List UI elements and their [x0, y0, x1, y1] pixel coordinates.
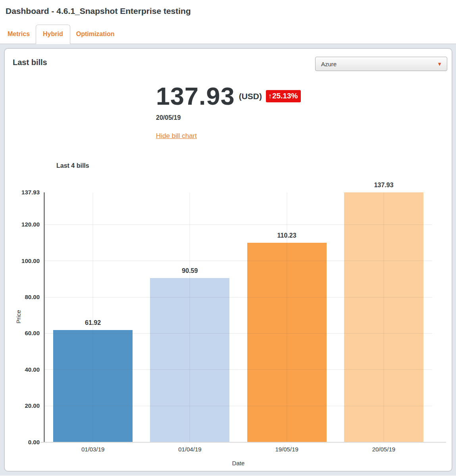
bar-value-label: 137.93 — [374, 182, 393, 189]
hide-bill-chart-link[interactable]: Hide bill chart — [156, 132, 197, 140]
bar-value-label: 61.92 — [85, 319, 101, 326]
gridline-horizontal — [44, 261, 432, 261]
chart-title: Last 4 bills — [56, 162, 452, 169]
bill-summary: 137.93 (USD) ↑ 25.13% 20/05/19 Hide bill… — [156, 84, 452, 140]
caret-down-icon: ▼ — [437, 61, 442, 67]
bill-chart: Price Date 0.0020.0040.0060.0080.00100.0… — [44, 192, 432, 442]
y-tick-label: 120.00 — [2, 222, 40, 228]
bill-date: 20/05/19 — [156, 114, 452, 121]
x-tick-label: 01/03/19 — [44, 446, 141, 453]
bar-value-label: 90.59 — [182, 267, 198, 274]
change-badge-value: 25.13% — [272, 92, 298, 100]
y-tick-label: 137.93 — [2, 189, 40, 196]
gridline-horizontal — [44, 406, 432, 406]
bill-currency: (USD) — [239, 92, 262, 101]
change-badge: ↑ 25.13% — [266, 90, 301, 102]
last-bills-panel: Last bills Azure ▼ 137.93 (USD) ↑ 25.13%… — [4, 48, 452, 472]
bill-amount: 137.93 — [156, 84, 235, 109]
x-tick-label: 01/04/19 — [141, 446, 238, 453]
tab-optimization[interactable]: Optimization — [70, 25, 121, 44]
gridline-vertical — [287, 192, 287, 442]
y-axis-line — [44, 192, 45, 442]
y-axis-title: Price — [15, 305, 22, 329]
y-tick-label: 60.00 — [2, 330, 40, 337]
provider-dropdown[interactable]: Azure ▼ — [315, 57, 447, 71]
gridline-vertical — [93, 192, 93, 442]
tab-metrics[interactable]: Metrics — [2, 25, 36, 44]
y-tick-label: 100.00 — [2, 258, 40, 265]
gridline-vertical — [383, 192, 384, 442]
gridline-vertical — [190, 192, 190, 442]
gridline-horizontal — [44, 225, 432, 225]
content-section: Last bills Azure ▼ 137.93 (USD) ↑ 25.13%… — [0, 44, 456, 476]
gridline-horizontal — [44, 297, 432, 298]
y-tick-label: 20.00 — [2, 403, 40, 409]
y-tick-label: 80.00 — [2, 294, 40, 301]
gridline-horizontal — [44, 333, 432, 334]
arrow-up-icon: ↑ — [268, 92, 272, 100]
y-tick-label: 40.00 — [2, 367, 40, 373]
x-axis-title: Date — [44, 460, 432, 466]
x-tick-label: 19/05/19 — [239, 446, 335, 453]
x-axis-line — [40, 442, 446, 443]
y-tick-label: 0.00 — [2, 439, 40, 446]
gridline-horizontal — [44, 369, 432, 370]
x-tick-label: 20/05/19 — [335, 446, 432, 453]
amount-row: 137.93 (USD) ↑ 25.13% — [156, 84, 452, 109]
tab-bar: Metrics Hybrid Optimization — [0, 24, 456, 44]
panel-title: Last bills — [13, 57, 47, 67]
panel-header: Last bills Azure ▼ — [5, 49, 452, 71]
bar-value-label: 110.23 — [277, 232, 296, 239]
provider-dropdown-value: Azure — [321, 61, 337, 67]
page-title: Dashboard - 4.6.1_Snapshot Enterprise te… — [0, 0, 456, 16]
plot-area: Price Date 0.0020.0040.0060.0080.00100.0… — [44, 192, 432, 442]
tab-hybrid[interactable]: Hybrid — [36, 25, 70, 44]
